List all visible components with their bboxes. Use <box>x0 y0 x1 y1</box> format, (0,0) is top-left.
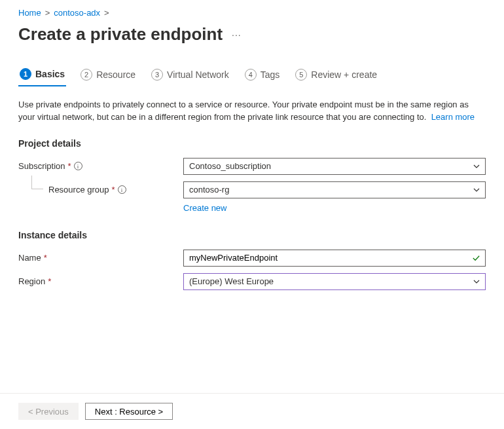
breadcrumb: Home > contoso-adx > <box>18 8 486 18</box>
name-input[interactable] <box>183 250 486 267</box>
wizard-footer: < Previous Next : Resource > <box>0 393 504 429</box>
breadcrumb-separator: > <box>45 8 50 18</box>
region-label: Region * <box>18 276 183 286</box>
tab-basics[interactable]: 1 Basics <box>18 64 66 86</box>
tab-label: Review + create <box>311 69 377 80</box>
breadcrumb-item-1[interactable]: contoso-adx <box>54 8 100 18</box>
tab-label: Basics <box>35 69 65 79</box>
wizard-tabs: 1 Basics 2 Resource 3 Virtual Network 4 … <box>18 64 486 87</box>
learn-more-link[interactable]: Learn more <box>431 112 475 122</box>
step-number-icon: 1 <box>20 68 31 80</box>
step-number-icon: 5 <box>295 69 307 81</box>
next-button[interactable]: Next : Resource > <box>85 403 173 420</box>
tab-virtual-network[interactable]: 3 Virtual Network <box>150 64 230 86</box>
tab-description: Use private endpoints to privately conne… <box>18 99 486 124</box>
breadcrumb-separator: > <box>104 8 109 18</box>
tab-label: Virtual Network <box>167 69 229 80</box>
subscription-label: Subscription * i <box>18 161 183 171</box>
breadcrumb-home[interactable]: Home <box>18 8 41 18</box>
previous-button: < Previous <box>18 403 79 420</box>
check-icon <box>472 253 480 262</box>
tab-review-create[interactable]: 5 Review + create <box>294 64 378 86</box>
region-select[interactable]: (Europe) West Europe <box>183 273 486 290</box>
info-icon[interactable]: i <box>74 162 82 170</box>
step-number-icon: 2 <box>81 69 92 81</box>
resource-group-label: Resource group * i <box>18 185 183 195</box>
page-title: Create a private endpoint <box>18 24 223 45</box>
section-project-details: Project details <box>18 138 486 149</box>
step-number-icon: 3 <box>151 69 163 81</box>
subscription-select[interactable]: Contoso_subscription <box>183 158 486 175</box>
info-icon[interactable]: i <box>118 185 126 194</box>
resource-group-select[interactable]: contoso-rg <box>183 181 486 198</box>
create-new-link[interactable]: Create new <box>183 203 226 213</box>
tab-label: Tags <box>261 69 280 80</box>
name-label: Name * <box>18 253 183 263</box>
tab-tags[interactable]: 4 Tags <box>243 64 281 86</box>
tab-label: Resource <box>96 69 135 80</box>
section-instance-details: Instance details <box>18 230 486 240</box>
tab-resource[interactable]: 2 Resource <box>79 64 137 86</box>
more-actions-icon[interactable]: ··· <box>232 29 242 40</box>
step-number-icon: 4 <box>245 69 257 81</box>
